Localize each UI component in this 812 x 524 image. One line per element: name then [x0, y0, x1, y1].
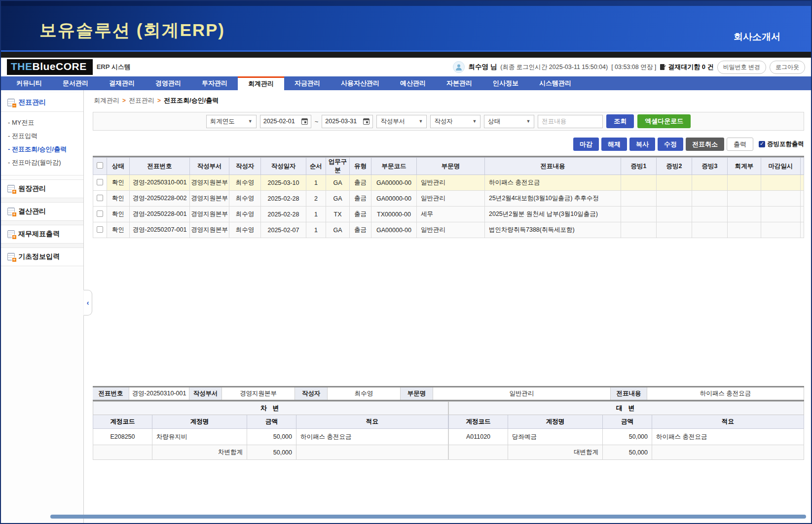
date-to-field[interactable]: 2025-03-31	[322, 115, 373, 128]
col-header-slip-no: 전표번호	[130, 158, 190, 175]
col-header-author: 작성자	[229, 158, 261, 175]
breadcrumb-current: 전표조회/승인/출력	[164, 97, 219, 104]
cancel-slip-button[interactable]: 전표취소	[686, 138, 724, 151]
date-from-field[interactable]: 2025-02-01	[260, 115, 311, 128]
app-header: THEBlueCORE ERP 시스템 최수영 님 (최종 로그인시간 2025…	[1, 58, 811, 76]
breadcrumb-item[interactable]: 회계관리	[94, 97, 119, 104]
debit-table: 차 변 계정코드 계정명 금액 적요 E208250 차량유지비 50,000 …	[93, 401, 448, 460]
edit-button[interactable]: 수정	[658, 138, 683, 151]
detail-label-content: 전표내용	[611, 387, 647, 400]
sidebar: − 전표관리 - MY전표 - 전표입력 - 전표조회/승인/출력 - 전표마감…	[1, 90, 84, 523]
department-select[interactable]: 작성부서▼	[376, 115, 427, 128]
bluecore-logo[interactable]: THEBlueCORE	[7, 59, 93, 75]
breadcrumb: 회계관리>전표관리>전표조회/승인/출력	[94, 96, 804, 105]
row-checkbox[interactable]	[97, 179, 103, 185]
company-intro-link[interactable]: 회사소개서	[734, 31, 780, 43]
session-timer[interactable]: [ 03:53:08 연장 ]	[611, 63, 656, 71]
copy-button[interactable]: 복사	[629, 138, 655, 151]
nav-item-documents[interactable]: 문서관리	[52, 76, 99, 90]
sidebar-section-settlement[interactable]: + 결산관리	[1, 202, 83, 221]
include-evidence-checkbox[interactable]	[759, 141, 765, 147]
sidebar-section-basic-info[interactable]: + 기초정보입력	[1, 247, 83, 266]
table-row[interactable]: 확인 경영-20250207-001 경영지원본부 최수영 2025-02-07…	[93, 222, 804, 238]
nav-item-accounting[interactable]: 회계관리	[238, 76, 284, 90]
detail-value-content: 하이패스 충전요금	[647, 387, 804, 400]
nav-item-approval[interactable]: 결재관리	[99, 76, 145, 90]
col-header-evidence2: 증빙2	[657, 158, 692, 175]
print-button[interactable]: 출력	[727, 138, 753, 151]
nav-item-community[interactable]: 커뮤니티	[6, 76, 52, 90]
debit-col-account-code: 계정코드	[93, 415, 152, 429]
banner-divider	[1, 52, 811, 58]
nav-item-hr[interactable]: 인사정보	[482, 76, 529, 90]
slip-content-input[interactable]	[538, 115, 603, 128]
table-row[interactable]: 확인 경영-20250310-001 경영지원본부 최수영 2025-03-10…	[93, 175, 804, 191]
debit-title: 차 변	[93, 402, 448, 415]
sidebar-section-label: 원장관리	[18, 184, 46, 193]
chevron-down-icon: ▼	[526, 119, 530, 124]
author-select[interactable]: 작성자▼	[430, 115, 480, 128]
sidebar-section-financial-statements[interactable]: + 재무제표출력	[1, 225, 83, 244]
debit-col-desc: 적요	[296, 415, 448, 429]
fiscal-year-select[interactable]: 회계연도▼	[206, 115, 257, 128]
table-row[interactable]: 확인 경영-20250228-001 경영지원본부 최수영 2025-02-28…	[93, 207, 804, 222]
sidebar-item-slip-entry[interactable]: - 전표입력	[8, 129, 83, 142]
status-select[interactable]: 상태▼	[484, 115, 534, 128]
sidebar-section-ledger[interactable]: + 원장관리	[1, 179, 83, 198]
approval-inbox[interactable]: 결재대기함 0 건	[660, 63, 713, 71]
slip-info-row: 전표번호 경영-20250310-001 작성부서 경영지원본부 작성자 최수영…	[93, 386, 804, 401]
sidebar-item-slip-inquiry[interactable]: - 전표조회/승인/출력	[8, 142, 83, 156]
sidebar-section-label: 재무제표출력	[18, 230, 60, 239]
user-avatar-icon	[453, 61, 465, 73]
select-all-checkbox[interactable]	[97, 162, 103, 169]
credit-row[interactable]: A011020 당좌예금 50,000 하이패스 충전요금	[449, 429, 804, 445]
credit-col-account-name: 계정명	[508, 415, 603, 429]
col-header-dept: 작성부서	[190, 158, 229, 175]
col-header-accounting: 회계부	[728, 158, 761, 175]
logo-suffix: ERP 시스템	[97, 63, 131, 71]
nav-item-capital[interactable]: 자본관리	[436, 76, 482, 90]
slip-grid: 상태 전표번호 작성부서 작성자 작성일자 순서 업무구분 유형 부문코드 부문…	[93, 156, 804, 385]
sidebar-item-my-slip[interactable]: - MY전표	[8, 116, 83, 129]
nav-item-system[interactable]: 시스템관리	[529, 76, 582, 90]
table-row[interactable]: 확인 경영-20250228-002 경영지원본부 최수영 2025-02-28…	[93, 191, 804, 207]
row-checkbox[interactable]	[97, 210, 103, 217]
col-header-biz-type: 업무구분	[326, 158, 350, 175]
calendar-icon[interactable]	[301, 118, 308, 125]
row-checkbox[interactable]	[97, 195, 103, 201]
col-header-evidence3: 증빙3	[692, 158, 728, 175]
excel-download-button[interactable]: 엑셀다운로드	[637, 114, 691, 128]
sidebar-item-slip-closing[interactable]: - 전표마감(월마감)	[8, 156, 83, 169]
breadcrumb-separator: >	[122, 97, 126, 104]
nav-item-investment[interactable]: 투자관리	[191, 76, 238, 90]
logout-button[interactable]: 로그아웃	[770, 61, 805, 74]
doc-minus-icon: −	[7, 99, 15, 106]
close-button[interactable]: 마감	[573, 138, 599, 151]
doc-plus-icon: +	[7, 253, 15, 261]
logo-text-main: BlueCORE	[33, 61, 87, 72]
include-evidence-option: 증빙포함출력	[759, 140, 804, 148]
sidebar-section-slip-management[interactable]: − 전표관리	[1, 93, 83, 112]
document-pen-icon	[660, 64, 666, 70]
grid-header-row: 상태 전표번호 작성부서 작성자 작성일자 순서 업무구분 유형 부문코드 부문…	[93, 158, 804, 175]
page-title: 보유솔루션 (회계ERP)	[39, 19, 225, 42]
nav-item-user-assets[interactable]: 사용자산관리	[331, 76, 390, 90]
release-button[interactable]: 해제	[601, 138, 627, 151]
nav-item-management[interactable]: 경영관리	[145, 76, 191, 90]
nav-item-budget[interactable]: 예산관리	[390, 76, 436, 90]
horizontal-scrollbar[interactable]	[50, 515, 806, 519]
debit-row[interactable]: E208250 차량유지비 50,000 하이패스 충전요금	[93, 429, 448, 445]
calendar-icon[interactable]	[363, 118, 369, 125]
logo-text-the: THE	[11, 61, 33, 72]
change-password-button[interactable]: 비밀번호 변경	[717, 61, 766, 74]
col-header-date: 작성일자	[261, 158, 306, 175]
sidebar-collapse-handle[interactable]: ‹	[83, 290, 92, 315]
breadcrumb-item[interactable]: 전표관리	[129, 97, 154, 104]
detail-value-division: 일반관리	[433, 387, 611, 400]
col-header-content: 전표내용	[485, 158, 621, 175]
chevron-down-icon: ▼	[472, 119, 477, 124]
search-button[interactable]: 조회	[606, 114, 634, 128]
row-checkbox[interactable]	[97, 226, 103, 233]
nav-item-funds[interactable]: 자금관리	[284, 76, 331, 90]
date-range-separator: ~	[315, 118, 319, 125]
